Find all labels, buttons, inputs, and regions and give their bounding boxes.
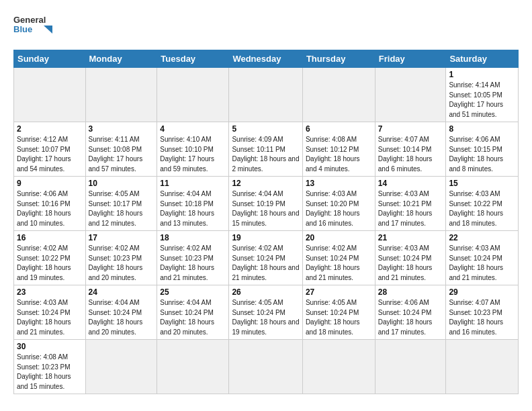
- day-number: 23: [17, 287, 83, 297]
- day-cell: 6Sunrise: 4:08 AMSunset: 10:12 PMDayligh…: [302, 122, 375, 177]
- day-cell: 8Sunrise: 4:06 AMSunset: 10:15 PMDayligh…: [446, 122, 519, 177]
- day-cell: 22Sunrise: 4:03 AMSunset: 10:24 PMDaylig…: [446, 231, 519, 285]
- week-row-3: 9Sunrise: 4:06 AMSunset: 10:16 PMDayligh…: [14, 177, 519, 231]
- logo: General Blue: [13, 11, 54, 44]
- day-cell: 29Sunrise: 4:07 AMSunset: 10:23 PMDaylig…: [446, 285, 519, 340]
- day-number: 30: [17, 342, 83, 351]
- day-number: 22: [449, 233, 515, 242]
- day-cell: 17Sunrise: 4:02 AMSunset: 10:23 PMDaylig…: [85, 231, 157, 285]
- logo-icon: General Blue: [13, 11, 54, 44]
- day-cell: [14, 68, 86, 122]
- day-info: Sunrise: 4:05 AMSunset: 10:24 PMDaylight…: [232, 298, 299, 337]
- day-info: Sunrise: 4:09 AMSunset: 10:11 PMDaylight…: [232, 135, 299, 174]
- day-cell: [375, 340, 446, 394]
- week-row-4: 16Sunrise: 4:02 AMSunset: 10:22 PMDaylig…: [14, 231, 519, 285]
- day-cell: [302, 340, 375, 394]
- weekday-saturday: Saturday: [446, 50, 519, 68]
- day-cell: [157, 68, 229, 122]
- day-number: 18: [160, 233, 226, 242]
- day-number: 20: [306, 233, 372, 242]
- day-info: Sunrise: 4:05 AMSunset: 10:17 PMDaylight…: [89, 189, 154, 228]
- day-number: 17: [89, 233, 154, 242]
- day-cell: 21Sunrise: 4:03 AMSunset: 10:24 PMDaylig…: [375, 231, 446, 285]
- day-cell: 9Sunrise: 4:06 AMSunset: 10:16 PMDayligh…: [14, 177, 86, 231]
- day-info: Sunrise: 4:03 AMSunset: 10:22 PMDaylight…: [449, 189, 515, 228]
- page-header: General Blue: [13, 11, 519, 44]
- day-info: Sunrise: 4:03 AMSunset: 10:20 PMDaylight…: [306, 189, 372, 228]
- day-number: 13: [306, 179, 372, 188]
- day-cell: 23Sunrise: 4:03 AMSunset: 10:24 PMDaylig…: [14, 285, 86, 340]
- day-number: 5: [232, 124, 299, 134]
- day-number: 21: [378, 233, 443, 242]
- day-info: Sunrise: 4:06 AMSunset: 10:16 PMDaylight…: [17, 189, 83, 228]
- day-number: 24: [89, 287, 154, 297]
- day-cell: [375, 68, 446, 122]
- day-number: 11: [160, 179, 226, 188]
- day-cell: 1Sunrise: 4:14 AMSunset: 10:05 PMDayligh…: [446, 68, 519, 122]
- day-info: Sunrise: 4:02 AMSunset: 10:23 PMDaylight…: [160, 244, 226, 283]
- day-number: 14: [378, 179, 443, 188]
- day-cell: 12Sunrise: 4:04 AMSunset: 10:19 PMDaylig…: [229, 177, 302, 231]
- weekday-header-row: SundayMondayTuesdayWednesdayThursdayFrid…: [14, 50, 519, 68]
- day-info: Sunrise: 4:02 AMSunset: 10:22 PMDaylight…: [17, 244, 83, 283]
- day-number: 3: [89, 124, 154, 134]
- day-info: Sunrise: 4:06 AMSunset: 10:24 PMDaylight…: [378, 298, 443, 337]
- day-info: Sunrise: 4:03 AMSunset: 10:24 PMDaylight…: [17, 298, 83, 337]
- day-cell: 24Sunrise: 4:04 AMSunset: 10:24 PMDaylig…: [85, 285, 157, 340]
- day-cell: 7Sunrise: 4:07 AMSunset: 10:14 PMDayligh…: [375, 122, 446, 177]
- day-cell: 25Sunrise: 4:04 AMSunset: 10:24 PMDaylig…: [157, 285, 229, 340]
- day-cell: 16Sunrise: 4:02 AMSunset: 10:22 PMDaylig…: [14, 231, 86, 285]
- day-cell: [229, 68, 302, 122]
- day-cell: [302, 68, 375, 122]
- day-number: 9: [17, 179, 83, 188]
- week-row-6: 30Sunrise: 4:08 AMSunset: 10:23 PMDaylig…: [14, 340, 519, 394]
- day-cell: 15Sunrise: 4:03 AMSunset: 10:22 PMDaylig…: [446, 177, 519, 231]
- day-number: 27: [306, 287, 372, 297]
- day-number: 7: [378, 124, 443, 134]
- weekday-monday: Monday: [85, 50, 157, 68]
- day-cell: 28Sunrise: 4:06 AMSunset: 10:24 PMDaylig…: [375, 285, 446, 340]
- day-info: Sunrise: 4:03 AMSunset: 10:24 PMDaylight…: [449, 244, 515, 283]
- svg-marker-2: [44, 26, 52, 34]
- day-info: Sunrise: 4:03 AMSunset: 10:21 PMDaylight…: [378, 189, 443, 228]
- day-cell: [157, 340, 229, 394]
- weekday-tuesday: Tuesday: [157, 50, 229, 68]
- day-number: 16: [17, 233, 83, 242]
- day-info: Sunrise: 4:08 AMSunset: 10:23 PMDaylight…: [17, 353, 83, 392]
- day-number: 29: [449, 287, 515, 297]
- day-cell: 11Sunrise: 4:04 AMSunset: 10:18 PMDaylig…: [157, 177, 229, 231]
- day-info: Sunrise: 4:10 AMSunset: 10:10 PMDaylight…: [160, 135, 226, 174]
- day-cell: [85, 68, 157, 122]
- week-row-5: 23Sunrise: 4:03 AMSunset: 10:24 PMDaylig…: [14, 285, 519, 340]
- day-cell: [446, 340, 519, 394]
- day-number: 26: [232, 287, 299, 297]
- day-cell: [85, 340, 157, 394]
- day-cell: 18Sunrise: 4:02 AMSunset: 10:23 PMDaylig…: [157, 231, 229, 285]
- day-info: Sunrise: 4:08 AMSunset: 10:12 PMDaylight…: [306, 135, 372, 174]
- day-info: Sunrise: 4:04 AMSunset: 10:24 PMDaylight…: [89, 298, 154, 337]
- day-cell: 3Sunrise: 4:11 AMSunset: 10:08 PMDayligh…: [85, 122, 157, 177]
- day-info: Sunrise: 4:04 AMSunset: 10:19 PMDaylight…: [232, 189, 299, 228]
- week-row-1: 1Sunrise: 4:14 AMSunset: 10:05 PMDayligh…: [14, 68, 519, 122]
- week-row-2: 2Sunrise: 4:12 AMSunset: 10:07 PMDayligh…: [14, 122, 519, 177]
- day-cell: 4Sunrise: 4:10 AMSunset: 10:10 PMDayligh…: [157, 122, 229, 177]
- day-cell: 27Sunrise: 4:05 AMSunset: 10:24 PMDaylig…: [302, 285, 375, 340]
- day-cell: [229, 340, 302, 394]
- day-info: Sunrise: 4:02 AMSunset: 10:23 PMDaylight…: [89, 244, 154, 283]
- calendar-table: SundayMondayTuesdayWednesdayThursdayFrid…: [13, 50, 519, 394]
- svg-text:General: General: [13, 15, 46, 25]
- day-cell: 30Sunrise: 4:08 AMSunset: 10:23 PMDaylig…: [14, 340, 86, 394]
- day-info: Sunrise: 4:07 AMSunset: 10:23 PMDaylight…: [449, 298, 515, 337]
- day-cell: 2Sunrise: 4:12 AMSunset: 10:07 PMDayligh…: [14, 122, 86, 177]
- day-info: Sunrise: 4:11 AMSunset: 10:08 PMDaylight…: [89, 135, 154, 174]
- day-cell: 13Sunrise: 4:03 AMSunset: 10:20 PMDaylig…: [302, 177, 375, 231]
- day-number: 1: [449, 70, 515, 79]
- day-cell: 19Sunrise: 4:02 AMSunset: 10:24 PMDaylig…: [229, 231, 302, 285]
- day-number: 12: [232, 179, 299, 188]
- day-info: Sunrise: 4:07 AMSunset: 10:14 PMDaylight…: [378, 135, 443, 174]
- day-info: Sunrise: 4:06 AMSunset: 10:15 PMDaylight…: [449, 135, 515, 174]
- weekday-friday: Friday: [375, 50, 446, 68]
- day-cell: 26Sunrise: 4:05 AMSunset: 10:24 PMDaylig…: [229, 285, 302, 340]
- day-number: 19: [232, 233, 299, 242]
- day-info: Sunrise: 4:12 AMSunset: 10:07 PMDaylight…: [17, 135, 83, 174]
